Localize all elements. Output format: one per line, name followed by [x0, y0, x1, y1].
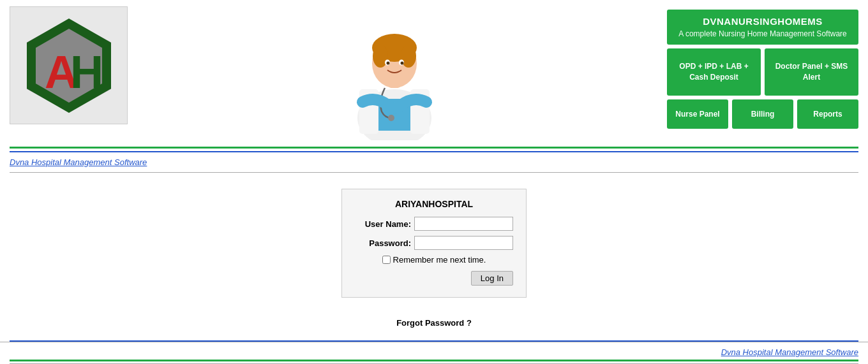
login-box: ARIYANHOSPITAL User Name: Password: Reme… — [341, 189, 527, 298]
forgot-password-link[interactable]: Forgot Password ? — [396, 318, 472, 328]
divider-green-footer — [10, 360, 858, 361]
username-label: User Name: — [365, 219, 411, 229]
divider-green-top — [10, 147, 858, 149]
login-button[interactable]: Log In — [471, 271, 513, 286]
login-btn-row: Log In — [355, 271, 513, 286]
brand-subtitle: A complete Nursing Home Management Softw… — [677, 29, 849, 38]
divider-gray-subtitle — [10, 172, 858, 173]
brand-title: DVNANURSINGHOMEMS — [677, 16, 849, 27]
feature-grid: OPD + IPD + LAB + Cash Deposit Doctor Pa… — [667, 48, 858, 96]
password-row: Password: — [355, 236, 513, 250]
feature-billing[interactable]: Billing — [732, 99, 793, 129]
subtitle-bar: Dvna Hospital Management Software — [0, 152, 868, 172]
password-input[interactable] — [414, 236, 513, 250]
right-panel: DVNANURSINGHOMEMS A complete Nursing Hom… — [661, 6, 858, 132]
svg-text:H: H — [70, 47, 101, 98]
remember-row: Remember me next time. — [355, 255, 513, 265]
forgot-password-row: Forgot Password ? — [0, 318, 868, 328]
username-input[interactable] — [414, 217, 513, 231]
subtitle-link[interactable]: Dvna Hospital Management Software — [10, 157, 147, 167]
login-area: ARIYANHOSPITAL User Name: Password: Reme… — [0, 182, 868, 310]
password-label: Password: — [369, 238, 411, 248]
feature-nurse-panel[interactable]: Nurse Panel — [667, 99, 728, 129]
logo-svg: A H — [18, 15, 120, 117]
feature-reports[interactable]: Reports — [797, 99, 858, 129]
logo: A H — [10, 6, 128, 124]
remember-label: Remember me next time. — [393, 255, 486, 265]
feature-doctor-panel[interactable]: Doctor Panel + SMS Alert — [765, 48, 858, 96]
header: A H — [0, 0, 868, 147]
remember-checkbox[interactable] — [382, 256, 391, 264]
center-doctor-image — [128, 6, 661, 140]
svg-point-17 — [400, 62, 403, 65]
feature-opd-ipd[interactable]: OPD + IPD + LAB + Cash Deposit — [667, 48, 761, 96]
doctor-illustration — [337, 6, 452, 140]
brand-box: DVNANURSINGHOMEMS A complete Nursing Hom… — [667, 10, 858, 45]
footer-area: Dvna Hospital Management Software — [0, 342, 868, 360]
footer-link-row: Dvna Hospital Management Software — [10, 347, 858, 357]
hospital-name: ARIYANHOSPITAL — [355, 199, 513, 209]
username-row: User Name: — [355, 217, 513, 231]
svg-point-16 — [386, 62, 389, 65]
feature-row: Nurse Panel Billing Reports — [667, 99, 858, 129]
footer-link[interactable]: Dvna Hospital Management Software — [721, 347, 858, 357]
svg-point-18 — [388, 115, 394, 121]
